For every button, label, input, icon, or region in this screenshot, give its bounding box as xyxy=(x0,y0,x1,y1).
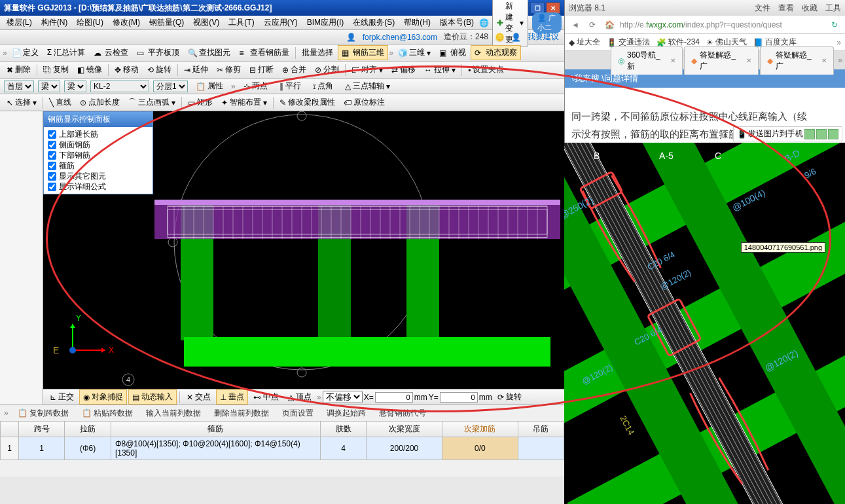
rotate-status-button[interactable]: ⟳旋转 xyxy=(494,389,526,405)
osnap-button[interactable]: ◉对象捕捉 xyxy=(79,389,127,405)
span-data-table[interactable]: 跨号 拉筋 箍筋 肢数 次梁宽度 次梁加筋 吊筋 1 1 (Φ6) Φ8@100… xyxy=(0,421,564,460)
tab-qa1[interactable]: ◆答疑解惑_广✕ xyxy=(684,46,758,75)
break-button[interactable]: ⊟打断 xyxy=(245,62,278,77)
tab-qa2[interactable]: ◆答疑解惑_广✕ xyxy=(760,46,834,75)
col-hanger[interactable]: 吊筋 xyxy=(518,422,564,437)
check-side-bar[interactable]: 侧面钢筋 xyxy=(48,139,149,150)
send-phone-label[interactable]: 发送图片到手机 xyxy=(748,128,803,139)
menu-cloud[interactable]: 云应用(Y) xyxy=(260,16,302,29)
top-view-button[interactable]: ▣俯视 xyxy=(435,45,470,60)
cell-hanger[interactable] xyxy=(518,437,564,460)
offset-button[interactable]: ⇄偏移 xyxy=(387,62,420,77)
check-bottom-bar[interactable]: 下部钢筋 xyxy=(48,150,149,160)
suggest-link[interactable]: 我要建议 xyxy=(528,31,559,43)
parallel-button[interactable]: ∥平行 xyxy=(276,79,305,94)
menu-draw[interactable]: 绘图(U) xyxy=(73,16,107,29)
page-setup-button[interactable]: 页面设置 xyxy=(278,406,317,421)
edit-beam-button[interactable]: ✎修改梁段属性 xyxy=(276,95,339,110)
more-bm-icon[interactable]: » xyxy=(836,38,841,47)
menu-online[interactable]: 在线服务(S) xyxy=(349,16,399,29)
grip-button[interactable]: ▪设置夹点 xyxy=(464,62,508,77)
bmenu-fav[interactable]: 收藏 xyxy=(802,3,818,14)
cell-tie[interactable]: (Φ6) xyxy=(65,437,111,460)
save-img-icon[interactable] xyxy=(816,129,827,139)
refresh-icon[interactable]: ↻ xyxy=(828,18,841,31)
rotate-button[interactable]: ⟲旋转 xyxy=(143,62,175,77)
intersect-button[interactable]: ✕交点 xyxy=(183,389,215,405)
bmenu-view[interactable]: 查看 xyxy=(778,3,794,14)
copy-span-button[interactable]: 📋复制跨数据 xyxy=(14,406,73,421)
cell-secadd[interactable]: 0/0 xyxy=(442,437,518,460)
reload-button[interactable]: ⟳ xyxy=(586,18,599,31)
point-angle-button[interactable]: ⟟点角 xyxy=(309,79,337,94)
two-point-button[interactable]: ⊹两点 xyxy=(240,79,272,94)
table-row[interactable]: 1 1 (Φ6) Φ8@100(4)[1350]; Φ10@200(4)[160… xyxy=(1,437,564,460)
menu-floor[interactable]: 楼层(L) xyxy=(3,16,36,29)
flush-slab-button[interactable]: ▭平齐板顶 xyxy=(133,45,183,60)
cloud-check-button[interactable]: ☁云检查 xyxy=(90,45,132,60)
col-stirrup[interactable]: 箍筋 xyxy=(111,422,320,437)
split-button[interactable]: ⊘分割 xyxy=(311,62,343,77)
more-img-icon[interactable] xyxy=(828,129,838,139)
account-email[interactable]: forpk.chen@163.com xyxy=(363,33,437,42)
tab-close-icon[interactable]: ✕ xyxy=(746,57,751,64)
more-tabs-icon[interactable]: » xyxy=(835,56,845,65)
check-top-bar[interactable]: 上部通长筋 xyxy=(48,129,149,139)
delete-button[interactable]: ✖删除 xyxy=(3,62,35,77)
calc-button[interactable]: Σ 汇总计算 xyxy=(43,45,90,60)
check-detail-formula[interactable]: 显示详细公式 xyxy=(48,181,149,192)
smart-layout-button[interactable]: ✦智能布置▾ xyxy=(217,95,271,110)
mid-button[interactable]: ⊷中点 xyxy=(249,389,283,405)
menu-tools[interactable]: 工具(T) xyxy=(225,16,258,29)
swap-start-button[interactable]: 调换起始跨 xyxy=(323,406,370,421)
type-select[interactable]: 梁 xyxy=(64,81,86,92)
url-input[interactable]: http://e.fwxgx.com/index.php?r=question/… xyxy=(620,20,824,29)
dyninput-button[interactable]: ▤动态输入 xyxy=(128,389,177,405)
cell-span[interactable]: 1 xyxy=(19,437,65,460)
del-col-button[interactable]: 删除当前列数据 xyxy=(210,406,273,421)
inplace-label-button[interactable]: 🏷原位标注 xyxy=(340,95,389,110)
bmenu-file[interactable]: 文件 xyxy=(755,3,770,14)
expand-icon[interactable] xyxy=(804,129,815,139)
menu-help[interactable]: 帮助(H) xyxy=(400,16,435,29)
user-badge[interactable]: 👤 广小二 xyxy=(532,12,562,33)
x-input[interactable] xyxy=(375,392,413,403)
ortho-button[interactable]: ⊾正交 xyxy=(46,389,78,405)
left-tree[interactable] xyxy=(0,111,43,405)
cell-secwidth[interactable]: 200/200 xyxy=(367,437,442,460)
col-secadd[interactable]: 次梁加筋 xyxy=(442,422,518,437)
batch-select-button[interactable]: 批量选择 xyxy=(298,45,337,60)
rect-button[interactable]: ▭矩形 xyxy=(184,95,217,110)
cantilever-code-button[interactable]: 悬臂钢筋代号 xyxy=(375,406,430,421)
point-len-button[interactable]: ⊙点加长度 xyxy=(76,95,124,110)
category-select[interactable]: 梁 xyxy=(38,81,60,92)
member-select[interactable]: KL-2 xyxy=(90,81,149,92)
trim-button[interactable]: ✂修剪 xyxy=(213,62,245,77)
align-button[interactable]: ⫍对齐▾ xyxy=(348,62,387,77)
col-span[interactable]: 跨号 xyxy=(19,422,65,437)
col-tie[interactable]: 拉筋 xyxy=(65,422,111,437)
floor-select[interactable]: 首层 xyxy=(4,81,34,92)
bmenu-tool[interactable]: 工具 xyxy=(825,3,841,14)
offset-select[interactable]: 不偏移 xyxy=(323,391,363,403)
col-secwidth[interactable]: 次梁宽度 xyxy=(367,422,442,437)
menu-modify[interactable]: 修改(M) xyxy=(109,16,144,29)
menu-version[interactable]: 版本号(B) xyxy=(436,16,478,29)
merge-button[interactable]: ⊕合并 xyxy=(278,62,310,77)
move-button[interactable]: ✥移动 xyxy=(111,62,143,77)
paste-span-button[interactable]: 📋粘贴跨数据 xyxy=(78,406,137,421)
define-button[interactable]: 📄定义 xyxy=(8,45,43,60)
vertex-button[interactable]: △顶点 xyxy=(284,389,315,405)
mirror-button[interactable]: ◧镜像 xyxy=(73,62,106,77)
question-plan-image[interactable]: B A-5 C B-D 9/6 3@250(2) @100(4) C20 6/4… xyxy=(564,143,845,504)
tab-360[interactable]: ◎360导航_新✕ xyxy=(611,46,683,75)
perp-button[interactable]: ⊥垂点 xyxy=(216,389,248,405)
stretch-button[interactable]: ↔拉伸▾ xyxy=(420,62,459,77)
menu-rebar[interactable]: 钢筋量(Q) xyxy=(145,16,188,29)
back-button[interactable]: ◄ xyxy=(569,18,582,31)
layer-select[interactable]: 分层1 xyxy=(153,81,188,92)
check-stirrup[interactable]: 箍筋 xyxy=(48,160,149,171)
orbit-button[interactable]: ⟳动态观察 xyxy=(471,45,521,60)
check-other-elem[interactable]: 显示其它图元 xyxy=(48,171,149,181)
bm-sites[interactable]: ◆址大全 xyxy=(569,37,600,48)
